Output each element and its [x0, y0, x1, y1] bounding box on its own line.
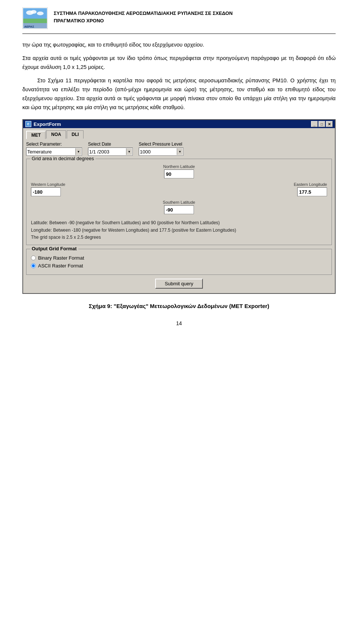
svg-rect-5 [23, 19, 47, 23]
radio-ascii-label: ASCII Raster Format [38, 263, 83, 269]
logo: ΑΕΡΑΣ [22, 7, 48, 30]
select-pressure-input-wrap: 1000 ▼ [139, 147, 183, 156]
close-button[interactable]: ✕ [326, 121, 333, 127]
tabs-row: MET NOA DLI [26, 130, 332, 139]
select-parameter-wrapper: Temerature ▼ [26, 147, 82, 156]
grid-area-section: Grid area in decimal degrees Northern La… [26, 159, 332, 245]
output-grid-section: Output Grid Format Binary Raster Format … [26, 249, 332, 275]
select-pressure-label: Select Pressure Level [139, 142, 183, 147]
paragraph-1: την ώρα της φωτογραφίας, και το επιθυμητ… [22, 41, 336, 50]
select-parameter-input-wrap: Temerature ▼ [26, 147, 82, 156]
select-parameter-dropdown[interactable]: Temerature [26, 147, 82, 156]
paragraph-2: Στα αρχεία αυτά οι τιμές γράφονται με το… [22, 54, 336, 72]
select-date-wrapper: 1/1 /2003 ▼ [88, 147, 133, 156]
radio-binary-label: Binary Raster Format [38, 255, 84, 261]
form-top-row: Select Parameter: Temerature ▼ Select Da… [26, 142, 332, 156]
window-titlebar: E ExportForm _ □ ✕ [23, 120, 335, 128]
southern-latitude-input[interactable] [164, 205, 194, 214]
maximize-button[interactable]: □ [318, 121, 325, 127]
select-pressure-dropdown[interactable]: 1000 [139, 147, 183, 156]
western-longitude-label: Western Longitude [31, 182, 65, 187]
eastern-longitude-label: Eastern Longitude [294, 182, 327, 187]
western-longitude-group: Western Longitude [31, 182, 65, 196]
radio-binary-row: Binary Raster Format [31, 255, 327, 261]
titlebar-left: E ExportForm [25, 121, 61, 127]
titlebar-controls: _ □ ✕ [311, 121, 333, 127]
svg-point-3 [31, 10, 37, 14]
select-parameter-label: Select Parameter: [26, 142, 82, 147]
select-parameter-group: Select Parameter: Temerature ▼ [26, 142, 82, 156]
western-longitude-input[interactable] [31, 187, 61, 196]
select-date-dropdown[interactable]: 1/1 /2003 [88, 147, 133, 156]
select-date-label: Select Date [88, 142, 133, 147]
northern-latitude-label: Northern Latitude [163, 164, 195, 169]
radio-ascii-input[interactable] [31, 263, 36, 268]
page: ΑΕΡΑΣ ΣΥΣΤΗΜΑ ΠΑΡΑΚΟΛΟΥΘΗΣΗΣ ΑΕΡΟΣΩΜΑΤΙΔ… [0, 0, 358, 644]
output-grid-legend: Output Grid Format [30, 246, 78, 251]
northern-latitude-input[interactable] [164, 169, 194, 178]
select-pressure-wrapper: 1000 ▼ [139, 147, 183, 156]
page-header: ΑΕΡΑΣ ΣΥΣΤΗΜΑ ΠΑΡΑΚΟΛΟΥΘΗΣΗΣ ΑΕΡΟΣΩΜΑΤΙΔ… [22, 7, 336, 34]
select-date-input-wrap: 1/1 /2003 ▼ [88, 147, 133, 156]
info-line-2: Longitude: Between -180 (negative for We… [31, 227, 327, 234]
window-icon: E [25, 121, 31, 127]
southern-latitude-label: Southern Latitude [163, 200, 195, 204]
export-form-window: E ExportForm _ □ ✕ MET NOA DLI Select Pa… [22, 119, 336, 294]
info-text-block: Latitude: Between -90 (negative for Sout… [31, 219, 327, 241]
page-number: 14 [22, 320, 336, 326]
northern-latitude-group: Northern Latitude [163, 164, 195, 178]
select-pressure-group: Select Pressure Level 1000 ▼ [139, 142, 183, 156]
info-line-1: Latitude: Between -90 (negative for Sout… [31, 219, 327, 226]
paragraph-3: Στο Σχήμα 11 περιγράφεται η καρτέλα που … [22, 76, 336, 112]
tab-noa[interactable]: NOA [46, 130, 66, 139]
svg-point-4 [37, 12, 44, 15]
window-title: ExportForm [34, 121, 61, 127]
eastern-longitude-input[interactable] [297, 187, 327, 196]
info-line-3: The grid space is 2.5 x 2.5 degrees [31, 234, 327, 241]
svg-text:ΑΕΡΑΣ: ΑΕΡΑΣ [24, 25, 34, 28]
minimize-button[interactable]: _ [311, 121, 318, 127]
radio-ascii-row: ASCII Raster Format [31, 263, 327, 269]
select-date-group: Select Date 1/1 /2003 ▼ [88, 142, 133, 156]
tab-met[interactable]: MET [26, 131, 45, 139]
header-title: ΣΥΣΤΗΜΑ ΠΑΡΑΚΟΛΟΥΘΗΣΗΣ ΑΕΡΟΣΩΜΑΤΙΔΙΑΚΗΣ … [54, 7, 233, 24]
radio-binary-input[interactable] [31, 256, 36, 260]
submit-query-button[interactable]: Submit query [155, 279, 203, 289]
figure-caption: Σχήμα 9: "Εξαγωγέας" Μετεωρολογικών Δεδο… [22, 303, 336, 309]
tab-dli[interactable]: DLI [67, 130, 84, 139]
eastern-longitude-group: Eastern Longitude [294, 182, 327, 196]
window-body: MET NOA DLI Select Parameter: Temerature… [23, 128, 335, 293]
southern-latitude-group: Southern Latitude [163, 200, 195, 214]
grid-area-legend: Grid area in decimal degrees [30, 156, 95, 161]
